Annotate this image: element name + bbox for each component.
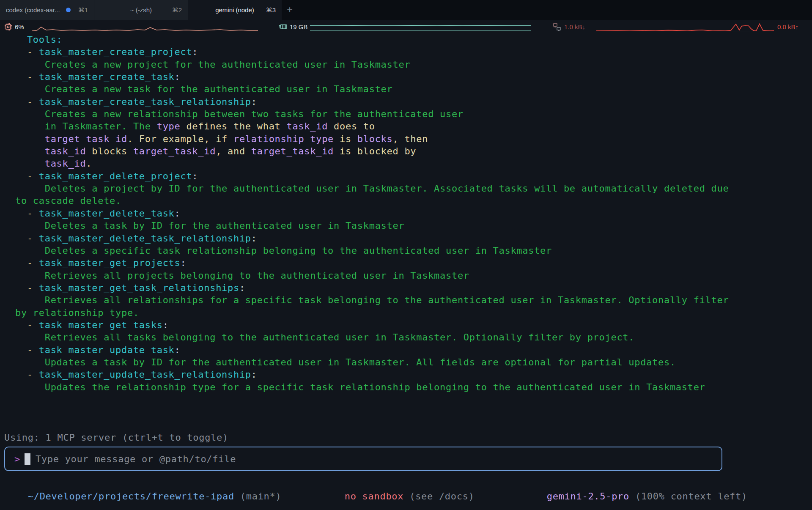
terminal-line: task_id blocks target_task_id, and targe… [15, 145, 729, 157]
new-tab-button[interactable]: + [282, 0, 293, 20]
model-name: gemini-2.5-pro [547, 491, 629, 502]
cpu-chip-icon [4, 23, 12, 31]
prompt-chevron: > [14, 454, 20, 464]
memory-sparkline [310, 22, 531, 32]
terminal-line: Creates a new project for the authentica… [15, 58, 729, 71]
sandbox-status: no sandbox [345, 491, 403, 502]
tab-codex[interactable]: codex (codex-aar... ⌘1 [0, 0, 94, 20]
terminal-line: - task_master_get_tasks: [15, 319, 729, 331]
footer-status-bar: ~/Developer/projects/freewrite-ipad (mai… [0, 480, 812, 493]
cpu-sparkline [32, 22, 258, 32]
cpu-usage-label: 6% [15, 23, 24, 30]
network-down-label: 1.0 kB↓ [564, 23, 585, 30]
working-directory: ~/Developer/projects/freewrite-ipad [28, 491, 234, 502]
terminal-line: Retrieves all tasks belonging to the aut… [15, 331, 729, 343]
terminal-line: Deletes a specific task relationship bel… [15, 244, 729, 257]
terminal-line: Updates a task by ID for the authenticat… [15, 356, 729, 368]
terminal-line: - task_master_delete_task: [15, 207, 729, 219]
terminal-line: - task_master_create_task_relationship: [15, 96, 729, 108]
terminal-line: Deletes a project by ID for the authenti… [15, 182, 729, 195]
terminal-line: - task_master_create_project: [15, 46, 729, 58]
terminal-line: Retrieves all projects belonging to the … [15, 269, 729, 282]
activity-dot-icon [66, 8, 71, 12]
terminal-line: by relationship type. [15, 307, 729, 319]
terminal-line: - task_master_create_task: [15, 71, 729, 83]
system-stats-bar: 6% 19 GB 1.0 kB↓ 0. [0, 20, 812, 33]
terminal-line: - task_master_delete_task_relationship: [15, 232, 729, 244]
terminal-line: Tools: [15, 33, 729, 46]
message-input[interactable]: > Type your message or @path/to/file [4, 447, 722, 471]
text-cursor [25, 453, 30, 465]
git-branch: (main*) [240, 491, 282, 502]
memory-usage-label: 19 GB [290, 23, 308, 30]
memory-icon [279, 23, 287, 30]
terminal-line: Creates a new task for the authenticated… [15, 83, 729, 95]
tab-shortcut: ⌘1 [78, 6, 88, 14]
network-up-label: 0.0 kB↑ [777, 23, 798, 30]
terminal-line: Creates a new relationship between two t… [15, 108, 729, 120]
context-remaining: (100% context left) [635, 491, 747, 502]
tab-gemini[interactable]: gemini (node) ⌘3 [188, 0, 282, 20]
tab-label: gemini (node) [215, 6, 254, 14]
terminal-line: target_task_id. For example, if relation… [15, 133, 729, 145]
input-placeholder: Type your message or @path/to/file [36, 454, 236, 464]
terminal-line: - task_master_update_task: [15, 344, 729, 356]
terminal-line: to cascade delete. [15, 195, 729, 207]
terminal-line: in Taskmaster. The type defines the what… [15, 120, 729, 132]
tab-label: ~ (-zsh) [130, 6, 152, 14]
terminal-line: Updates the relationship type for a spec… [15, 381, 729, 393]
terminal-line: Deletes a task by ID for the authenticat… [15, 219, 729, 232]
tab-shortcut: ⌘3 [266, 6, 276, 14]
terminal-output: Tools: - task_master_create_project: Cre… [15, 33, 729, 393]
network-icon [552, 23, 562, 31]
tab-bar: codex (codex-aar... ⌘1 ~ (-zsh) ⌘2 gemin… [0, 0, 812, 20]
terminal-line: - task_master_get_projects: [15, 257, 729, 269]
tab-shortcut: ⌘2 [172, 6, 182, 14]
terminal-line: - task_master_delete_project: [15, 170, 729, 182]
sandbox-hint: (see /docs) [409, 491, 474, 502]
terminal-line: Retrieves all relationships for a specif… [15, 294, 729, 306]
network-sparkline [596, 22, 774, 32]
tab-zsh[interactable]: ~ (-zsh) ⌘2 [94, 0, 188, 20]
terminal-line: - task_master_update_task_relationship: [15, 368, 729, 381]
terminal-line: task_id. [15, 157, 729, 170]
terminal-line: - task_master_get_task_relationships: [15, 282, 729, 294]
mcp-status-line: Using: 1 MCP server (ctrl+t to toggle) [4, 432, 228, 443]
tab-label: codex (codex-aar... [6, 6, 63, 14]
